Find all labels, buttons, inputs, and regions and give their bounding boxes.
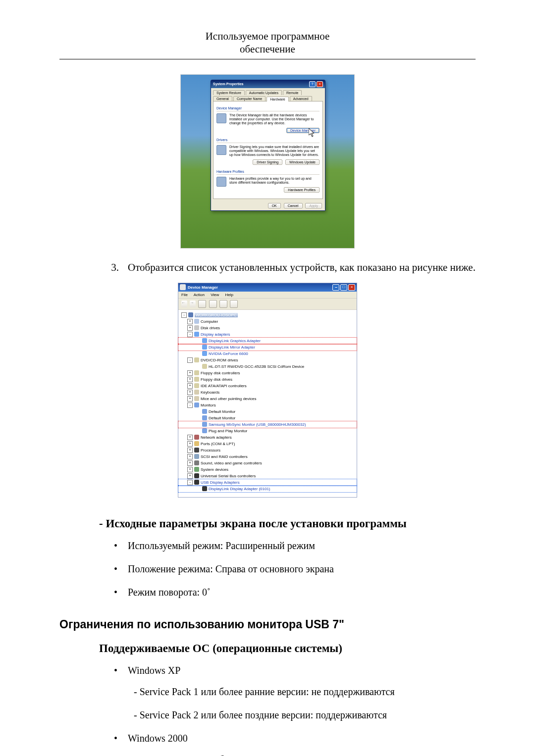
expand-icon[interactable]: +	[187, 454, 193, 459]
os-sub-item: - Service Pack 3 или более ранние версии…	[134, 754, 476, 756]
expand-icon[interactable]: +	[187, 390, 193, 395]
tree-node[interactable]: +IDE ATA/ATAPI controllers	[178, 383, 357, 389]
list-item: Используемый режим: Расширенный режим	[114, 540, 476, 552]
tree-node[interactable]: +Sound, video and game controllers	[178, 460, 357, 466]
windows-update-button[interactable]: Windows Update	[285, 159, 320, 165]
toolbar-btn-4[interactable]	[230, 300, 238, 308]
tree-node[interactable]: +Floppy disk drives	[178, 376, 357, 383]
tree-node[interactable]: +Computer	[178, 318, 357, 325]
tree-node-label: Sound, video and game controllers	[201, 461, 262, 465]
minimize-button[interactable]: ‒	[332, 284, 339, 291]
tab-computer-name[interactable]: Computer Name	[233, 96, 266, 101]
expand-icon[interactable]: +	[187, 377, 193, 382]
tree-node-label: Display adapters	[201, 332, 230, 337]
tree-node[interactable]: -USB Display Adapters	[178, 479, 357, 486]
dm-titlebar: Device Manager ‒ □ ×	[178, 283, 357, 292]
tab-general[interactable]: General	[213, 96, 232, 101]
expand-icon[interactable]: +	[187, 467, 193, 472]
device-icon	[194, 383, 199, 388]
hardware-profiles-heading: Hardware Profiles	[216, 170, 320, 173]
tree-node[interactable]: +Universal Serial Bus controllers	[178, 473, 357, 479]
expand-icon[interactable]: +	[187, 448, 193, 453]
tree-node[interactable]: DisplayLink Graphics Adapter	[178, 338, 357, 344]
tab-system-restore[interactable]: System Restore	[213, 90, 245, 95]
device-icon	[194, 377, 199, 382]
expand-icon[interactable]: -	[187, 403, 193, 408]
driver-signing-button[interactable]: Driver Signing	[253, 159, 282, 165]
step-text: Отобразится список установленных устройс…	[128, 261, 476, 274]
tree-node-label: Samsung MbSync Monitor (USB_080000H4JM30…	[209, 422, 306, 427]
tree-node[interactable]: +Disk drives	[178, 325, 357, 331]
expand-icon[interactable]: +	[187, 396, 193, 402]
tab-automatic-updates[interactable]: Automatic Updates	[246, 90, 282, 95]
device-icon	[194, 319, 199, 324]
toolbar-btn-2[interactable]	[209, 300, 217, 308]
device-tree[interactable]: -WORKGROU-IOSOPC+Computer+Disk drives-Di…	[178, 310, 357, 497]
expand-icon[interactable]: -	[187, 480, 193, 485]
device-manager-icon	[216, 113, 226, 123]
tree-node-label: IDE ATA/ATAPI controllers	[201, 384, 247, 388]
toolbar-forward-icon[interactable]: →	[190, 301, 196, 307]
menu-view[interactable]: View	[211, 293, 219, 297]
tab-remote[interactable]: Remote	[283, 90, 302, 95]
tree-node[interactable]: +Processors	[178, 447, 357, 454]
svg-marker-0	[309, 128, 314, 137]
expand-icon[interactable]: +	[187, 383, 193, 389]
toolbar-btn-1[interactable]	[198, 300, 206, 308]
tab-hardware[interactable]: Hardware	[267, 97, 288, 101]
tree-node[interactable]: -Display adapters	[178, 331, 357, 338]
close-button[interactable]: ×	[317, 81, 323, 87]
device-icon	[194, 448, 199, 453]
expand-icon[interactable]: +	[187, 473, 193, 479]
ok-button[interactable]: OK	[268, 203, 281, 208]
expand-icon[interactable]: +	[187, 435, 193, 440]
help-button[interactable]: ?	[309, 81, 316, 87]
maximize-button[interactable]: □	[340, 284, 347, 291]
tree-node[interactable]: Plug and Play Monitor	[178, 428, 357, 434]
expand-icon[interactable]: -	[187, 332, 193, 337]
menu-action[interactable]: Action	[194, 293, 205, 297]
tree-node[interactable]: +Keyboards	[178, 389, 357, 396]
computer-root-icon	[188, 312, 193, 317]
expand-icon[interactable]: +	[187, 319, 193, 324]
initial-settings-list: Используемый режим: Расширенный режим По…	[114, 540, 476, 598]
tree-node[interactable]: +SCSI and RAID controllers	[178, 454, 357, 460]
supported-os-heading: Поддерживаемые ОС (операционные системы)	[99, 642, 476, 655]
tree-node[interactable]: -DVD/CD-ROM drives	[178, 357, 357, 363]
initial-settings-heading: - Исходные параметры экрана после устано…	[99, 517, 476, 530]
toolbar-btn-3[interactable]	[219, 300, 227, 308]
expand-icon[interactable]: +	[187, 441, 193, 447]
tree-node[interactable]: +Network adapters	[178, 434, 357, 441]
expand-icon[interactable]: +	[187, 460, 193, 466]
menu-help[interactable]: Help	[225, 293, 233, 297]
expand-icon[interactable]: -	[187, 357, 193, 363]
cancel-button[interactable]: Cancel	[284, 203, 303, 208]
tree-node-label: SCSI and RAID controllers	[201, 454, 248, 459]
device-icon	[202, 428, 207, 433]
tree-node[interactable]: DisplayLink Mirror Adapter	[178, 344, 357, 351]
expand-icon[interactable]: -	[181, 312, 187, 318]
apply-button[interactable]: Apply	[305, 203, 322, 208]
tree-node[interactable]: DisplayLink Display Adapter (0101)	[178, 486, 357, 492]
tree-node[interactable]: Default Monitor	[178, 415, 357, 421]
tree-node[interactable]: -Monitors	[178, 402, 357, 408]
page-header: Используемое программное обеспечение	[59, 30, 476, 56]
device-manager-group: The Device Manager lists all the hardwar…	[216, 111, 320, 136]
expand-icon[interactable]: +	[187, 325, 193, 331]
tree-node[interactable]: HL-DT-ST RW/DVD GCC-4522B SCSI CdRom Dev…	[178, 363, 357, 370]
tree-node[interactable]: +Floppy disk controllers	[178, 370, 357, 376]
tree-node[interactable]: NVIDIA GeForce 6600	[178, 351, 357, 357]
tab-advanced[interactable]: Advanced	[290, 96, 312, 101]
tree-node[interactable]: Default Monitor	[178, 408, 357, 415]
toolbar-back-icon[interactable]: ←	[181, 301, 187, 307]
tree-node[interactable]: +System devices	[178, 466, 357, 473]
close-button[interactable]: ×	[348, 284, 355, 291]
tree-node[interactable]: +Ports (COM & LPT)	[178, 441, 357, 447]
expand-icon[interactable]: +	[187, 370, 193, 376]
tree-node-label: Network adapters	[201, 435, 232, 440]
tree-node[interactable]: Samsung MbSync Monitor (USB_080000H4JM30…	[178, 421, 357, 428]
tree-node[interactable]: +Mice and other pointing devices	[178, 396, 357, 402]
tree-root-label[interactable]: WORKGROU-IOSOPC	[195, 313, 238, 317]
hardware-profiles-button[interactable]: Hardware Profiles	[284, 187, 320, 193]
menu-file[interactable]: File	[181, 293, 188, 297]
